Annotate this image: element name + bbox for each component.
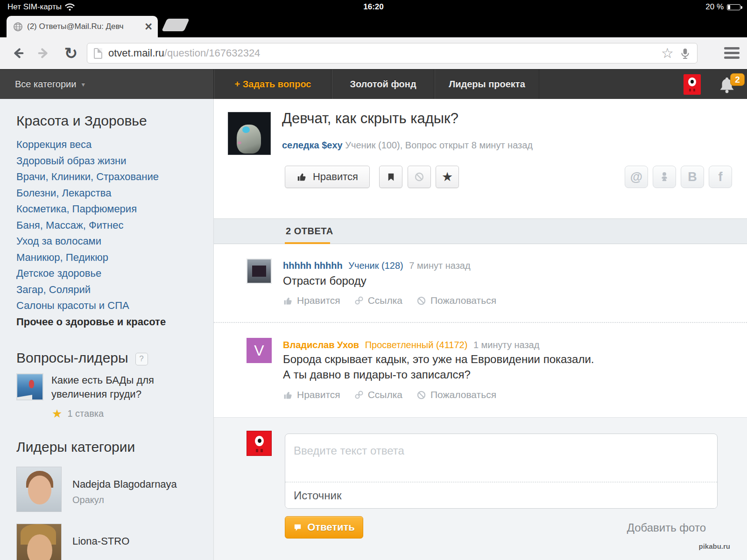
bookmark-star-icon[interactable]: ☆ — [661, 46, 674, 60]
answer-actions: Нравится Ссылка Пожаловаться — [283, 389, 496, 400]
answer-author-link[interactable]: hhhhh hhhhh — [283, 260, 343, 271]
sidebar-link[interactable]: Маникюр, Педикюр — [16, 250, 205, 266]
battery-icon — [727, 4, 740, 10]
answer-report-link[interactable]: Пожаловаться — [416, 389, 496, 400]
reload-button[interactable]: ↻ — [61, 37, 81, 69]
tab-close-icon[interactable]: × — [145, 22, 152, 31]
avatar[interactable]: V — [247, 338, 272, 363]
answer-byline: hhhhh hhhhh Ученик (128) 7 минут назад — [283, 260, 471, 271]
address-bar[interactable]: otvet.mail.ru/question/167632324 ☆ — [87, 43, 698, 63]
question-title: Девчат, как скрыть кадык? — [282, 110, 458, 127]
share-mailru-button[interactable]: @ — [625, 166, 648, 188]
star-icon: ★ — [442, 169, 453, 184]
leader-name[interactable]: Nadejda Blagodarnaya — [72, 478, 177, 490]
sidebar-link[interactable]: Баня, Массаж, Фитнес — [16, 217, 205, 234]
site-nav: Все категории▾ + Задать вопрос Золотой ф… — [0, 69, 747, 99]
like-button[interactable]: Нравится — [285, 166, 370, 188]
block-icon — [416, 296, 426, 306]
reply-form — [285, 434, 718, 509]
answer-author-link[interactable]: Владислав Ухов — [283, 340, 359, 350]
category-links: Коррекция веса Здоровый образ жизни Врач… — [16, 137, 205, 330]
speech-bubble-icon — [293, 523, 302, 532]
back-button[interactable] — [7, 37, 28, 69]
leader-item[interactable]: Nadejda Blagodarnaya Оракул — [16, 467, 205, 512]
share-facebook-button[interactable]: f — [709, 166, 732, 188]
watermark: pikabu.ru — [698, 542, 730, 550]
sidebar-link[interactable]: Врачи, Клиники, Страхование — [16, 169, 205, 185]
favorite-button[interactable]: ★ — [436, 166, 459, 188]
avatar[interactable] — [16, 524, 62, 560]
nav-ask-question[interactable]: + Задать вопрос — [214, 70, 331, 99]
battery-percent: 20 % — [705, 2, 724, 12]
page-icon — [94, 48, 102, 59]
status-bar: Нет SIM-карты 16:20 20 % — [0, 0, 747, 14]
add-photo-link[interactable]: Добавить фото — [627, 521, 706, 534]
mailru-agent-avatar — [247, 431, 272, 456]
browser-window: Нет SIM-карты 16:20 20 % (2) Ответы@Mail… — [0, 0, 747, 560]
answer-author-rank: Просветленный (41172) — [365, 340, 468, 350]
answer-text: Отрасти бороду — [283, 274, 366, 287]
sidebar-link-current[interactable]: Прочее о здоровье и красоте — [16, 314, 205, 330]
questions-leaders-title: Вопросы-лидеры — [16, 350, 128, 366]
nav-all-categories[interactable]: Все категории▾ — [0, 70, 214, 99]
answer-byline: Владислав Ухов Просветленный (41172) 1 м… — [283, 340, 539, 350]
sidebar-link[interactable]: Косметика, Парфюмерия — [16, 201, 205, 217]
link-icon — [354, 296, 364, 305]
question-author-link[interactable]: селедка $exy — [282, 140, 343, 150]
share-odnoklassniki-button[interactable] — [653, 166, 676, 188]
forward-button[interactable] — [34, 37, 54, 69]
tab-bar: (2) Ответы@Mail.Ru: Девч × — [0, 14, 747, 37]
answer-like-link[interactable]: Нравится — [283, 389, 340, 400]
answer-like-link[interactable]: Нравится — [283, 295, 340, 306]
leader-question-text[interactable]: Какие есть БАДы для увеличения груди? — [51, 373, 173, 401]
answer-text: Борода скрывает кадык, это уже на Еврови… — [283, 353, 594, 366]
submit-answer-button[interactable]: Ответить — [285, 516, 363, 539]
thumbs-up-icon — [283, 390, 293, 400]
voice-search-mic-icon[interactable] — [680, 48, 691, 59]
thumbs-up-icon — [283, 296, 293, 306]
thumbs-up-icon — [296, 172, 307, 182]
active-tab[interactable]: (2) Ответы@Mail.Ru: Девч × — [7, 16, 158, 37]
browser-menu-button[interactable] — [724, 47, 740, 59]
source-input[interactable] — [285, 483, 717, 508]
browser-toolbar: ↻ otvet.mail.ru/question/167632324 ☆ — [0, 37, 747, 69]
leader-question-item[interactable]: Какие есть БАДы для увеличения груди? — [16, 373, 205, 401]
bookmark-button[interactable] — [379, 166, 402, 188]
url-text[interactable]: otvet.mail.ru/question/167632324 — [108, 47, 655, 59]
sidebar-link[interactable]: Загар, Солярий — [16, 282, 205, 298]
answer-author-rank: Ученик (128) — [348, 260, 403, 271]
mailru-agent-icon[interactable] — [684, 74, 701, 95]
sidebar-link[interactable]: Болезни, Лекарства — [16, 185, 205, 202]
help-icon[interactable]: ? — [135, 353, 148, 365]
leader-name[interactable]: Liona-STRO — [72, 535, 129, 547]
clock: 16:20 — [0, 0, 747, 14]
answer-permalink[interactable]: Ссылка — [354, 295, 402, 306]
leader-item[interactable]: Liona-STRO — [16, 524, 205, 560]
nav-gold-fund[interactable]: Золотой фонд — [332, 70, 434, 99]
avatar[interactable] — [16, 467, 62, 512]
answer-report-link[interactable]: Пожаловаться — [416, 295, 496, 306]
answer-text-input[interactable] — [285, 434, 717, 482]
notifications-badge: 2 — [730, 73, 745, 86]
answers-count-tab[interactable]: 2 ОТВЕТА — [286, 226, 333, 237]
active-tab-underline — [285, 242, 330, 244]
new-tab-stub[interactable] — [162, 19, 190, 31]
block-icon — [414, 172, 424, 182]
sidebar-link[interactable]: Уход за волосами — [16, 233, 205, 250]
leader-rank: Оракул — [72, 495, 177, 505]
answer-permalink[interactable]: Ссылка — [354, 389, 402, 400]
block-button[interactable] — [408, 166, 431, 188]
sidebar-link[interactable]: Детское здоровье — [16, 266, 205, 282]
sidebar-link[interactable]: Здоровый образ жизни — [16, 153, 205, 169]
avatar[interactable] — [247, 259, 272, 284]
sidebar-link[interactable]: Коррекция веса — [16, 137, 205, 153]
nav-project-leaders[interactable]: Лидеры проекта — [435, 70, 539, 99]
avatar[interactable] — [228, 112, 271, 155]
category-leaders-title: Лидеры категории — [16, 439, 205, 455]
chevron-down-icon: ▾ — [81, 80, 85, 89]
reply-section: Ответить Добавить фото — [214, 417, 747, 560]
globe-favicon-icon — [13, 22, 23, 32]
share-vk-button[interactable]: В — [681, 166, 704, 188]
link-icon — [354, 390, 364, 399]
sidebar-link[interactable]: Салоны красоты и СПА — [16, 298, 205, 314]
